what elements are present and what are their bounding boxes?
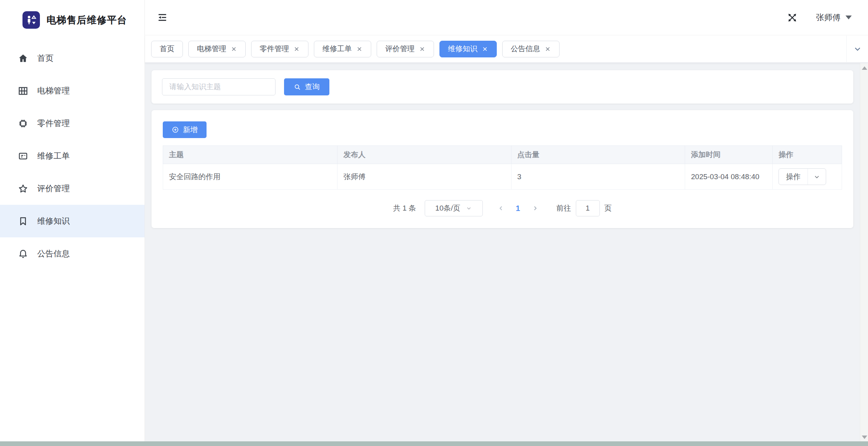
tab-evaluation-management[interactable]: 评价管理: [377, 41, 434, 57]
pagination-total: 共 1 条: [393, 203, 416, 213]
collapse-menu-icon[interactable]: [156, 11, 169, 24]
goto-unit-label: 页: [604, 203, 612, 213]
user-dropdown[interactable]: 张师傅: [816, 12, 852, 23]
search-button[interactable]: 查询: [284, 78, 329, 95]
fullscreen-icon[interactable]: [786, 11, 798, 24]
page-size-select[interactable]: 10条/页: [425, 200, 483, 216]
cell-actions: 操作: [773, 164, 842, 190]
tab-label: 零件管理: [260, 44, 289, 54]
tab-elevator-management[interactable]: 电梯管理: [188, 41, 246, 57]
tab-label: 首页: [160, 44, 174, 54]
search-icon: [294, 83, 301, 91]
pagination: 共 1 条 10条/页 1 前往 页: [163, 200, 842, 216]
sidebar-item-announcements[interactable]: 公告信息: [0, 237, 145, 270]
sidebar-item-label: 公告信息: [37, 248, 70, 259]
app-window: 电梯售后维修平台 首页 电梯管理 零件管理: [0, 0, 868, 446]
brand: 电梯售后维修平台: [0, 0, 145, 40]
chevron-down-icon: [853, 44, 862, 54]
prev-page-button[interactable]: [492, 200, 510, 216]
tab-label: 公告信息: [511, 44, 540, 54]
knowledge-table-panel: 新增 主题 发布人 点击量 添加时间 操作: [152, 110, 853, 228]
add-button[interactable]: 新增: [163, 121, 207, 138]
plus-icon: [172, 126, 179, 133]
tab-label: 维修知识: [448, 44, 477, 54]
sidebar-item-label: 维修工单: [37, 150, 70, 161]
sidebar-item-label: 维修知识: [37, 216, 70, 226]
sidebar-item-parts-management[interactable]: 零件管理: [0, 107, 145, 140]
cell-added-time: 2025-03-04 08:48:40: [685, 164, 773, 190]
sidebar-item-evaluation-management[interactable]: 评价管理: [0, 172, 145, 205]
tab-repair-knowledge[interactable]: 维修知识: [439, 41, 497, 57]
table-header-row: 主题 发布人 点击量 添加时间 操作: [163, 146, 842, 164]
tab-label: 评价管理: [385, 44, 415, 54]
close-icon[interactable]: [356, 46, 363, 52]
work-order-icon: [17, 150, 28, 161]
row-action-button[interactable]: 操作: [778, 168, 826, 185]
column-header-added-time: 添加时间: [685, 146, 773, 164]
cpu-icon: [17, 118, 28, 129]
close-icon[interactable]: [231, 46, 237, 52]
sidebar-item-elevator-management[interactable]: 电梯管理: [0, 74, 145, 107]
column-header-topic: 主题: [163, 146, 338, 164]
tabbar: 首页 电梯管理 零件管理 维修工单 评价管理 维修知识: [145, 35, 868, 63]
cell-clicks: 3: [511, 164, 685, 190]
tab-label: 电梯管理: [197, 44, 226, 54]
goto-label: 前往: [556, 203, 571, 213]
column-header-actions: 操作: [773, 146, 842, 164]
star-icon: [17, 183, 28, 194]
tab-label: 维修工单: [322, 44, 352, 54]
topbar-right: 张师傅: [786, 11, 852, 24]
user-name: 张师傅: [816, 12, 840, 23]
sidebar-item-label: 电梯管理: [37, 85, 70, 96]
sidebar-item-label: 首页: [37, 53, 53, 64]
cell-publisher: 张师傅: [338, 164, 512, 190]
tab-parts-management[interactable]: 零件管理: [251, 41, 308, 57]
sidebar-menu: 首页 电梯管理 零件管理 维修工单: [0, 40, 145, 270]
search-panel: 查询: [152, 70, 853, 104]
sidebar-item-label: 评价管理: [37, 183, 70, 194]
close-icon[interactable]: [544, 46, 551, 52]
topbar: 张师傅: [145, 0, 868, 35]
bell-icon: [17, 248, 28, 259]
sidebar-item-label: 零件管理: [37, 118, 70, 129]
scroll-down-icon[interactable]: [862, 436, 867, 439]
tab-home[interactable]: 首页: [151, 41, 183, 57]
content-area: 查询 新增 主题 发布人 点击量 添加时间: [145, 63, 868, 446]
elevator-logo-icon: [22, 11, 40, 29]
cell-topic: 安全回路的作用: [163, 164, 338, 190]
chevron-right-icon: [532, 205, 539, 212]
sidebar-item-repair-knowledge[interactable]: 维修知识: [0, 205, 145, 237]
knowledge-table: 主题 发布人 点击量 添加时间 操作 安全回路的作用 张师傅 3 2025-03: [163, 145, 842, 190]
search-input[interactable]: [162, 78, 276, 95]
search-button-label: 查询: [305, 82, 320, 92]
next-page-button[interactable]: [526, 200, 544, 216]
tab-repair-orders[interactable]: 维修工单: [314, 41, 371, 57]
tab-options-dropdown[interactable]: [846, 36, 868, 62]
row-action-label: 操作: [779, 172, 808, 182]
page-number-current[interactable]: 1: [510, 204, 526, 213]
sidebar: 电梯售后维修平台 首页 电梯管理 零件管理: [0, 0, 145, 446]
column-header-publisher: 发布人: [338, 146, 512, 164]
tab-announcements[interactable]: 公告信息: [502, 41, 560, 57]
sidebar-item-repair-orders[interactable]: 维修工单: [0, 140, 145, 172]
close-icon[interactable]: [293, 46, 300, 52]
column-header-clicks: 点击量: [511, 146, 685, 164]
app-title: 电梯售后维修平台: [46, 14, 127, 26]
scroll-up-icon[interactable]: [862, 66, 867, 70]
horizontal-scrollbar-thumb[interactable]: [0, 441, 868, 446]
home-icon: [17, 53, 28, 64]
table-row: 安全回路的作用 张师傅 3 2025-03-04 08:48:40 操作: [163, 164, 842, 190]
close-icon[interactable]: [419, 46, 425, 52]
main-area: 张师傅 首页 电梯管理 零件管理 维修工单 评价管理: [145, 0, 868, 446]
bookmark-icon: [17, 216, 28, 226]
chevron-down-icon[interactable]: [808, 173, 826, 180]
chevron-left-icon: [498, 205, 505, 212]
add-button-label: 新增: [183, 125, 198, 135]
chevron-down-icon: [466, 205, 472, 211]
sidebar-item-home[interactable]: 首页: [0, 42, 145, 74]
goto-page: 前往 页: [556, 200, 612, 216]
close-icon[interactable]: [482, 46, 488, 52]
caret-down-icon: [846, 16, 852, 19]
vertical-scrollbar[interactable]: [860, 63, 868, 441]
goto-page-input[interactable]: [576, 200, 600, 216]
